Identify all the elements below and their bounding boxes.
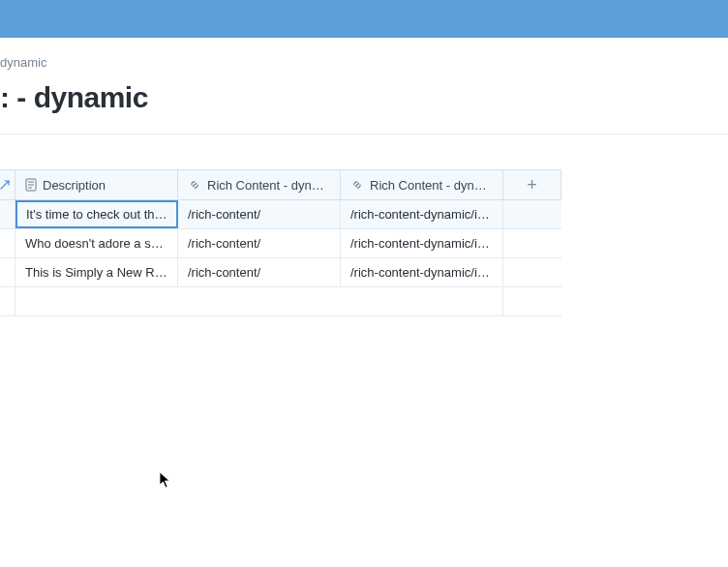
mouse-cursor: [159, 471, 172, 492]
empty-cell[interactable]: [15, 287, 503, 315]
plus-icon: +: [527, 176, 537, 194]
breadcrumb[interactable]: dynamic: [0, 55, 728, 70]
cell-rich-content-1[interactable]: /rich-content/: [178, 229, 341, 257]
cell-rich-content-1[interactable]: /rich-content/: [178, 200, 341, 228]
link-icon: [350, 178, 364, 192]
cell-description[interactable]: This is Simply a New Rich …: [15, 258, 178, 286]
column-header-rich-content-2[interactable]: Rich Content - dynam…: [341, 170, 503, 199]
table-header-row: Description Rich Content - dynam… Rich C…: [0, 169, 561, 200]
row-handle[interactable]: [0, 200, 15, 228]
row-handle[interactable]: [0, 287, 15, 315]
table-row[interactable]: Who doesn't adore a smili… /rich-content…: [0, 229, 561, 258]
page-header: dynamic : - dynamic: [0, 38, 728, 134]
cell-text: /rich-content/: [188, 236, 330, 251]
cell-rich-content-1[interactable]: /rich-content/: [178, 258, 341, 286]
cell-text: Who doesn't adore a smili…: [25, 236, 167, 251]
column-header-description[interactable]: Description: [15, 170, 178, 199]
description-icon: [25, 178, 37, 192]
cell-text: /rich-content-dynamic/i-a…: [350, 207, 493, 222]
cell-rich-content-2[interactable]: /rich-content-dynamic/i-a…: [341, 229, 503, 257]
table-empty-row[interactable]: [0, 287, 561, 316]
table-body: It's time to check out the … /rich-conte…: [0, 200, 561, 316]
cell-text: /rich-content/: [188, 207, 330, 222]
page-title: : - dynamic: [0, 81, 728, 114]
table-row[interactable]: It's time to check out the … /rich-conte…: [0, 200, 561, 229]
column-label: Description: [43, 178, 106, 193]
link-icon: [188, 178, 201, 192]
row-handle[interactable]: [0, 229, 15, 257]
app-top-bar: [0, 0, 728, 38]
column-header-rich-content-1[interactable]: Rich Content - dynam…: [178, 170, 341, 199]
column-label: Rich Content - dynam…: [370, 178, 493, 193]
cell-description[interactable]: It's time to check out the …: [15, 200, 178, 228]
cell-text: /rich-content-dynamic/i-a…: [350, 236, 493, 251]
cell-text: It's time to check out the …: [26, 207, 167, 222]
content-area: Description Rich Content - dynam… Rich C…: [0, 134, 728, 316]
add-column-button[interactable]: +: [503, 170, 561, 199]
cell-text: /rich-content-dynamic/i-a…: [350, 265, 493, 280]
data-table: Description Rich Content - dynam… Rich C…: [0, 169, 561, 316]
column-label: Rich Content - dynam…: [207, 178, 330, 193]
cell-rich-content-2[interactable]: /rich-content-dynamic/i-a…: [341, 200, 503, 228]
cell-description[interactable]: Who doesn't adore a smili…: [15, 229, 178, 257]
expand-column-header[interactable]: [0, 170, 15, 199]
row-handle[interactable]: [0, 258, 15, 286]
cell-rich-content-2[interactable]: /rich-content-dynamic/i-a…: [341, 258, 503, 286]
cell-text: This is Simply a New Rich …: [25, 265, 167, 280]
table-row[interactable]: This is Simply a New Rich … /rich-conten…: [0, 258, 561, 287]
cell-text: /rich-content/: [188, 265, 330, 280]
expand-icon: [0, 180, 10, 190]
